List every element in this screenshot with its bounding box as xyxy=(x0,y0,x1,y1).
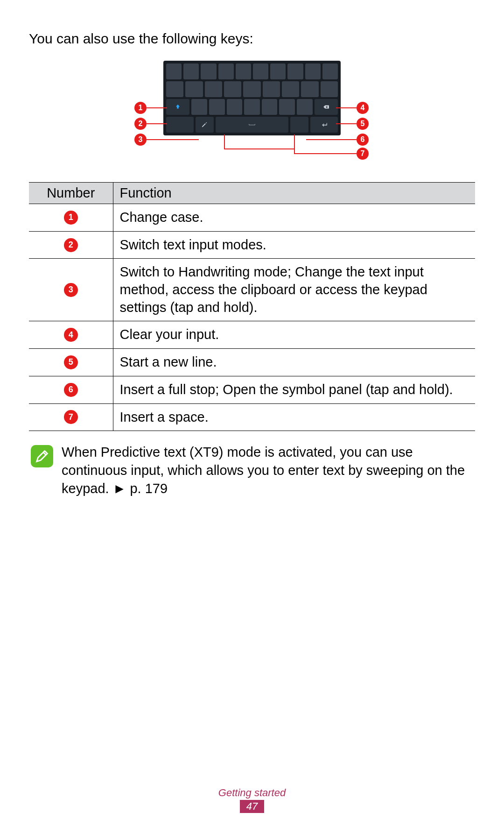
callout-badge-3: 3 xyxy=(134,134,147,146)
callout-badge-5: 5 xyxy=(357,118,369,130)
callout-badge-4: 4 xyxy=(357,102,369,114)
row-badge: 7 xyxy=(64,410,78,424)
table-row: 4 Clear your input. xyxy=(29,321,475,349)
note-icon xyxy=(31,445,53,467)
row-function: Insert a space. xyxy=(113,403,475,431)
row-badge: 5 xyxy=(64,355,78,369)
row-function: Switch to Handwriting mode; Change the t… xyxy=(113,259,475,321)
row-function: Switch text input modes. xyxy=(113,231,475,259)
row-function: Start a new line. xyxy=(113,349,475,376)
table-header-number: Number xyxy=(29,183,113,204)
note: When Predictive text (XT9) mode is activ… xyxy=(29,443,475,498)
table-row: 6 Insert a full stop; Open the symbol pa… xyxy=(29,376,475,403)
table-header-function: Function xyxy=(113,183,475,204)
callout-badge-2: 2 xyxy=(134,118,147,130)
row-badge: 3 xyxy=(64,283,78,297)
table-row: 2 Switch text input modes. xyxy=(29,231,475,259)
callout-badge-1: 1 xyxy=(134,102,147,114)
fullstop-key xyxy=(290,117,308,133)
shift-up-arrow-icon xyxy=(175,104,181,110)
footer-section: Getting started xyxy=(0,787,504,799)
intro-text: You can also use the following keys: xyxy=(29,31,475,47)
backspace-icon xyxy=(323,104,329,110)
shift-key xyxy=(166,99,189,115)
table-row: 5 Start a new line. xyxy=(29,349,475,376)
backspace-key xyxy=(315,99,338,115)
row-badge: 1 xyxy=(64,211,78,225)
page-footer: Getting started 47 xyxy=(0,787,504,813)
row-function: Clear your input. xyxy=(113,321,475,349)
keyboard-diagram: 1 2 3 4 5 6 xyxy=(29,61,475,163)
table-row: 3 Switch to Handwriting mode; Change the… xyxy=(29,259,475,321)
row-badge: 4 xyxy=(64,328,78,342)
handwriting-icon xyxy=(201,121,208,128)
function-table: Number Function 1 Change case. 2 Switch … xyxy=(29,182,475,431)
table-row: 1 Change case. xyxy=(29,204,475,232)
callout-badge-6: 6 xyxy=(357,134,369,146)
keyboard-image xyxy=(163,61,341,135)
enter-icon xyxy=(321,121,328,128)
row-function: Insert a full stop; Open the symbol pane… xyxy=(113,376,475,403)
mode-switch-key xyxy=(166,117,194,133)
callout-badge-7: 7 xyxy=(357,148,369,160)
row-function: Change case. xyxy=(113,204,475,232)
space-key xyxy=(216,117,288,133)
handwriting-key xyxy=(196,117,214,133)
space-icon xyxy=(249,121,255,128)
table-row: 7 Insert a space. xyxy=(29,403,475,431)
enter-key xyxy=(310,117,338,133)
row-badge: 2 xyxy=(64,238,78,252)
note-text: When Predictive text (XT9) mode is activ… xyxy=(62,443,473,498)
footer-page-number: 47 xyxy=(240,800,264,813)
row-badge: 6 xyxy=(64,383,78,397)
